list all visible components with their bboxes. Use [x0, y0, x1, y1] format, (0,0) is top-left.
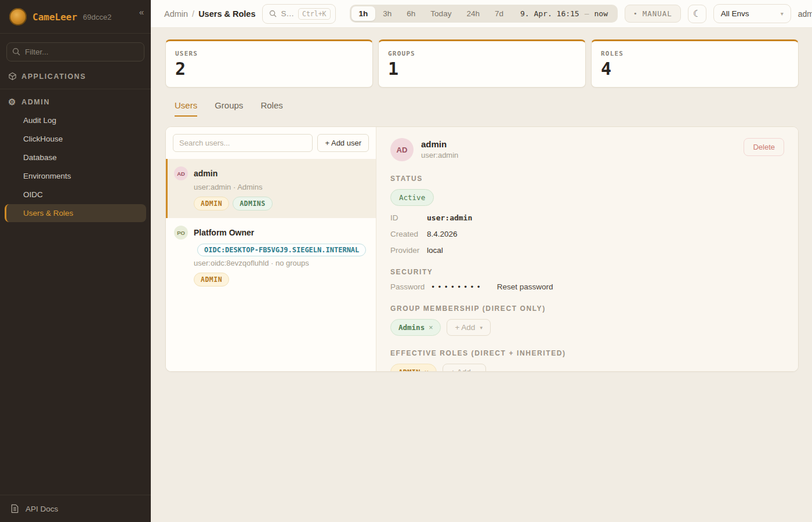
field-value: local: [427, 246, 443, 255]
moon-icon: ☾: [693, 8, 701, 19]
field-label: Created: [390, 230, 427, 238]
remove-group-icon[interactable]: ×: [429, 324, 433, 332]
sidebar-item-clickhouse[interactable]: ClickHouse: [5, 130, 146, 148]
cameleer-logo: [9, 8, 27, 26]
oidc-provider-badge: OIDC:DESKTOP-FB5VGJ9.SIEGELN.INTERNAL: [197, 244, 366, 256]
topbar: Admin / Users & Roles S… Ctrl+K 1h 3h 6h…: [151, 0, 812, 28]
api-docs-link[interactable]: API Docs: [0, 495, 151, 522]
reset-password-link[interactable]: Reset password: [497, 282, 553, 291]
global-search-button[interactable]: S… Ctrl+K: [262, 4, 335, 24]
environment-select-value: All Envs: [721, 9, 749, 18]
user-subtitle: user:oidc:8evzqofluhld · no groups: [194, 259, 368, 267]
search-label: S…: [281, 9, 294, 18]
user-list-toolbar: + Add user: [166, 127, 376, 159]
password-row: Password •••••••• Reset password: [390, 282, 784, 291]
sidebar-filter-input[interactable]: [6, 42, 144, 61]
search-users-input[interactable]: [173, 134, 313, 152]
status-badge: Active: [390, 189, 434, 206]
user-name: Platform Owner: [194, 228, 254, 237]
field-value: 8.4.2026: [427, 230, 458, 238]
dark-mode-toggle[interactable]: ☾: [688, 5, 706, 23]
search-icon: [269, 10, 277, 17]
tab-groups[interactable]: Groups: [215, 100, 243, 117]
role-badge: ADMIN: [194, 197, 229, 211]
add-role-button[interactable]: + Add ▾: [443, 364, 486, 371]
refresh-mode-button[interactable]: • MANUAL: [625, 5, 681, 23]
user-list: + Add user AD admin user:admin · Admins …: [166, 127, 376, 371]
chevron-down-icon: ▾: [480, 325, 483, 331]
divider: [0, 89, 151, 89]
collapse-sidebar-icon[interactable]: «: [139, 7, 144, 17]
add-group-button[interactable]: + Add ▾: [447, 319, 490, 336]
sidebar-item-database[interactable]: Database: [5, 148, 146, 166]
breadcrumb-separator: /: [192, 9, 194, 19]
time-dash: —: [585, 9, 589, 18]
page-content: USERS 2 GROUPS 1 ROLES 4 Users Groups Ro…: [151, 28, 812, 372]
add-label: + Add: [451, 368, 471, 371]
api-docs-label: API Docs: [26, 505, 58, 513]
section-admin[interactable]: ⚙ ADMIN: [0, 90, 151, 111]
add-user-button[interactable]: + Add user: [317, 134, 369, 152]
section-label: APPLICATIONS: [21, 72, 86, 81]
chip-label: Admins: [398, 323, 425, 332]
tab-users[interactable]: Users: [175, 100, 197, 117]
user-badges: ADMIN: [194, 273, 368, 287]
breadcrumb-parent[interactable]: Admin: [164, 9, 188, 19]
time-range-7d[interactable]: 7d: [487, 6, 511, 21]
sidebar-item-oidc[interactable]: OIDC: [5, 186, 146, 204]
refresh-mode-label: MANUAL: [643, 9, 672, 18]
chip-label: ADMIN: [398, 368, 420, 371]
time-display[interactable]: 9. Apr. 16:15 — now: [511, 9, 616, 18]
role-chip-admin: ADMIN ×: [390, 364, 437, 371]
time-range-today[interactable]: Today: [423, 6, 459, 21]
stat-label: USERS: [175, 50, 363, 57]
add-label: + Add: [455, 323, 475, 332]
password-mask: ••••••••: [431, 283, 483, 291]
effective-roles-heading: EFFECTIVE ROLES (DIRECT + INHERITED): [390, 349, 784, 357]
breadcrumb: Admin / Users & Roles: [164, 9, 255, 19]
field-label: ID: [390, 213, 427, 222]
sidebar-item-environments[interactable]: Environments: [5, 167, 146, 185]
sidebar-filter: [6, 42, 144, 61]
sidebar-item-audit-log[interactable]: Audit Log: [5, 111, 146, 129]
field-row-id: ID user:admin: [390, 213, 784, 222]
time-range-24h[interactable]: 24h: [459, 6, 487, 21]
time-start: 9. Apr. 16:15: [520, 9, 579, 18]
stat-label: GROUPS: [388, 50, 576, 57]
chevron-down-icon: ▾: [781, 10, 784, 17]
sidebar: CameLeer 69dcce2 « APPLICATIONS ⚙ ADMIN …: [0, 0, 151, 522]
time-range-6h[interactable]: 6h: [399, 6, 423, 21]
group-chips: Admins × + Add ▾: [390, 319, 784, 336]
time-range-control: 1h 3h 6h Today 24h 7d 9. Apr. 16:15 — no…: [350, 5, 618, 23]
password-label: Password: [390, 282, 431, 291]
group-chip-admins: Admins ×: [390, 319, 441, 336]
detail-header: AD admin user:admin Delete: [390, 138, 784, 161]
build-version: 69dcce2: [83, 13, 111, 21]
group-badge: ADMINS: [233, 197, 273, 211]
section-applications[interactable]: APPLICATIONS: [0, 65, 151, 85]
user-list-item-platform-owner[interactable]: PO Platform Owner OIDC:DESKTOP-FB5VGJ9.S…: [166, 218, 376, 294]
stat-card-users: USERS 2: [165, 39, 373, 88]
sidebar-item-users-roles[interactable]: Users & Roles: [5, 204, 146, 222]
user-badges: ADMIN ADMINS: [194, 197, 368, 211]
environment-select[interactable]: All Envs ▾: [713, 4, 791, 23]
entity-tabs: Users Groups Roles: [165, 100, 799, 117]
user-detail: AD admin user:admin Delete STATUS Active…: [376, 127, 798, 371]
admin-nav: Audit Log ClickHouse Database Environmen…: [0, 111, 151, 223]
delete-user-button[interactable]: Delete: [744, 138, 784, 156]
search-shortcut-badge: Ctrl+K: [298, 8, 331, 20]
time-range-1h[interactable]: 1h: [351, 6, 376, 21]
chevron-down-icon: ▾: [476, 369, 478, 372]
remove-role-icon[interactable]: ×: [425, 368, 429, 372]
time-range-3h[interactable]: 3h: [375, 6, 399, 21]
user-list-item-admin[interactable]: AD admin user:admin · Admins ADMIN ADMIN…: [166, 159, 376, 218]
security-heading: SECURITY: [390, 268, 784, 276]
group-membership-heading: GROUP MEMBERSHIP (DIRECT ONLY): [390, 304, 784, 313]
detail-user-name: admin: [421, 139, 458, 149]
main-area: Admin / Users & Roles S… Ctrl+K 1h 3h 6h…: [151, 0, 812, 522]
sidebar-header: CameLeer 69dcce2 «: [0, 0, 151, 34]
time-end: now: [594, 9, 608, 18]
stat-value: 1: [388, 60, 576, 78]
avatar: PO: [174, 226, 188, 240]
tab-roles[interactable]: Roles: [260, 100, 282, 117]
